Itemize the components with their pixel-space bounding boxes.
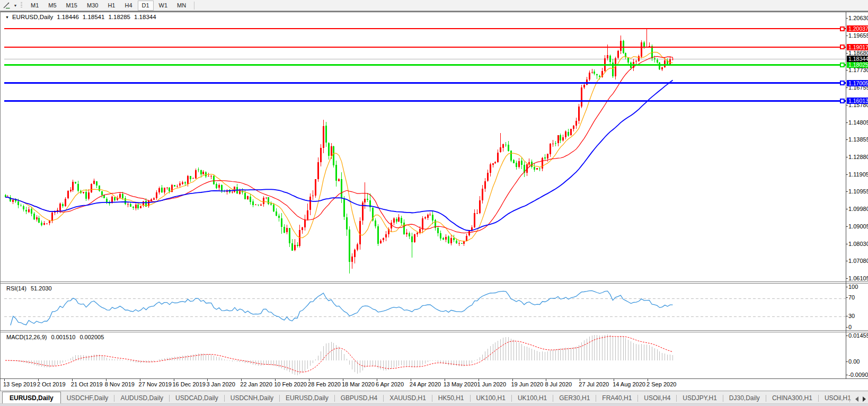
symbol-tab-usdcnh-daily[interactable]: USDCNH,Daily bbox=[225, 392, 279, 404]
tab-scroll-right-icon[interactable] bbox=[863, 396, 866, 402]
date-tick-label: 14 Aug 2020 bbox=[613, 381, 645, 387]
symbol-tab-hk50-h1[interactable]: HK50,H1 bbox=[432, 392, 470, 404]
hline-price-badge: 1.19017 bbox=[847, 44, 868, 50]
symbol-tab-eurusd-daily[interactable]: EURUSD,Daily bbox=[2, 392, 61, 404]
rsi-axis-label: 0 bbox=[848, 324, 852, 330]
symbol-tab-audusd-daily[interactable]: AUDUSD,Daily bbox=[114, 392, 169, 404]
macd-value-main: 0.001510 bbox=[51, 334, 75, 340]
date-tick-label: 8 Jul 2020 bbox=[545, 381, 572, 387]
price-tick-label: 1.13855 bbox=[848, 137, 868, 143]
chart-tabbar: EURUSD,DailyUSDCHF,DailyAUDUSD,DailyUSDC… bbox=[0, 391, 868, 406]
rsi-name: RSI(14) bbox=[6, 285, 26, 292]
date-tick-label: 22 Jan 2020 bbox=[240, 381, 272, 387]
ohlc-open: 1.18446 bbox=[57, 14, 79, 20]
rsi-value: 51.2030 bbox=[31, 285, 52, 292]
symbol-tab-uk100-h1[interactable]: UK100,H1 bbox=[512, 392, 553, 404]
current-price-badge: 1.18344 bbox=[847, 56, 868, 62]
date-tick-label: 13 May 2020 bbox=[444, 381, 477, 387]
symbol-tab-dj30-daily[interactable]: DJ30,Daily bbox=[723, 392, 766, 404]
price-tick-label: 1.17730 bbox=[848, 67, 868, 73]
date-tick-label: 13 Sep 2019 bbox=[3, 381, 36, 387]
price-tick-label: 1.10955 bbox=[848, 189, 868, 195]
price-tick-label: 1.09980 bbox=[848, 206, 868, 212]
chart-title: ▼ EURUSD,Daily 1.18446 1.18541 1.18285 1… bbox=[5, 14, 160, 20]
price-tick-label: 1.07080 bbox=[848, 258, 868, 264]
hline-price-badge: 1.18025 bbox=[847, 61, 868, 68]
rsi-axis-label: 70 bbox=[848, 295, 855, 301]
tab-separator bbox=[849, 395, 850, 402]
symbol-tab-china300-h1[interactable]: CHINA300,H1 bbox=[766, 392, 818, 404]
rsi-axis-label: 100 bbox=[848, 284, 858, 290]
date-tick-label: 10 Feb 2020 bbox=[274, 381, 307, 387]
macd-label: MACD(12,26,9) 0.001510 0.002005 bbox=[6, 334, 104, 340]
price-tick-label: 1.09005 bbox=[848, 224, 868, 230]
date-tick-label: 8 Nov 2019 bbox=[105, 381, 135, 387]
date-tick-label: 21 Oct 2019 bbox=[71, 381, 103, 387]
ohlc-low: 1.18285 bbox=[108, 14, 130, 20]
rsi-label: RSI(14) 51.2030 bbox=[6, 285, 52, 292]
hline-price-badge: 1.16013 bbox=[847, 98, 868, 104]
symbol-tab-uk100-h1[interactable]: UK100,H1 bbox=[471, 392, 511, 404]
chart-canvas[interactable] bbox=[0, 0, 868, 406]
symbol-tab-usdchf-daily[interactable]: USDCHF,Daily bbox=[61, 392, 114, 404]
macd-axis-label: -0.009001 bbox=[848, 372, 868, 378]
date-tick-label: 27 Jul 2020 bbox=[579, 381, 609, 387]
date-tick-label: 2 Oct 2019 bbox=[37, 381, 66, 387]
tab-scroll-left-icon[interactable] bbox=[855, 396, 858, 402]
date-tick-label: 28 Feb 2020 bbox=[308, 381, 341, 387]
price-tick-label: 1.19655 bbox=[848, 33, 868, 39]
symbol-tab-usoil-h4[interactable]: USOil,H4 bbox=[638, 392, 676, 404]
price-tick-label: 1.11905 bbox=[848, 172, 868, 178]
price-tick-label: 1.08030 bbox=[848, 241, 868, 247]
symbol-tab-usdcad-daily[interactable]: USDCAD,Daily bbox=[170, 392, 224, 404]
ohlc-close: 1.18344 bbox=[134, 14, 156, 20]
symbol-tab-ger30-h1[interactable]: GER30,H1 bbox=[553, 392, 596, 404]
hline-price-badge: 1.17005 bbox=[847, 80, 868, 86]
price-tick-label: 1.14805 bbox=[848, 120, 868, 126]
date-tick-label: 19 Jun 2020 bbox=[511, 381, 544, 387]
date-tick-label: 24 Apr 2020 bbox=[410, 381, 441, 387]
date-tick-label: 3 Jan 2020 bbox=[206, 381, 235, 387]
macd-axis-label: 0.014556 bbox=[848, 333, 868, 339]
symbol-tab-eurusd-daily[interactable]: EURUSD,Daily bbox=[280, 392, 334, 404]
price-tick-label: 1.12880 bbox=[848, 154, 868, 160]
date-tick-label: 6 Apr 2020 bbox=[376, 381, 404, 387]
symbol-tab-xauusd-h1[interactable]: XAUUSD,H1 bbox=[384, 392, 432, 404]
macd-value-signal: 0.002005 bbox=[79, 334, 104, 340]
date-tick-label: 1 Jun 2020 bbox=[477, 381, 506, 387]
macd-name: MACD(12,26,9) bbox=[6, 334, 47, 340]
price-tick-label: 1.20630 bbox=[848, 15, 868, 21]
date-tick-label: 27 Nov 2019 bbox=[139, 381, 172, 387]
price-tick-label: 1.18680 bbox=[848, 50, 868, 56]
price-tick-label: 1.06105 bbox=[848, 276, 868, 281]
chart-title-caret-icon[interactable]: ▼ bbox=[5, 15, 9, 19]
date-tick-label: 16 Dec 2019 bbox=[173, 381, 206, 387]
ohlc-high: 1.18541 bbox=[83, 14, 105, 20]
symbol-tab-gbpusd-h4[interactable]: GBPUSD,H4 bbox=[335, 392, 383, 404]
date-tick-label: 2 Sep 2020 bbox=[646, 381, 676, 387]
rsi-axis-label: 30 bbox=[848, 313, 855, 319]
hline-price-badge: 1.20037 bbox=[847, 25, 868, 32]
symbol-tab-fra40-h1[interactable]: FRA40,H1 bbox=[596, 392, 637, 404]
symbol-tab-usdjpy-h1[interactable]: USDJPY,H1 bbox=[677, 392, 722, 404]
chart-symbol-period: EURUSD,Daily bbox=[12, 14, 53, 20]
macd-axis-label: 0.00 bbox=[848, 359, 860, 365]
tabbar-bottom-strip bbox=[0, 403, 868, 406]
mt4-terminal: ▼ M1M5M15M30H1H4D1W1MN ▼ EURUSD,Daily 1.… bbox=[0, 0, 868, 406]
date-tick-label: 18 Mar 2020 bbox=[342, 381, 375, 387]
